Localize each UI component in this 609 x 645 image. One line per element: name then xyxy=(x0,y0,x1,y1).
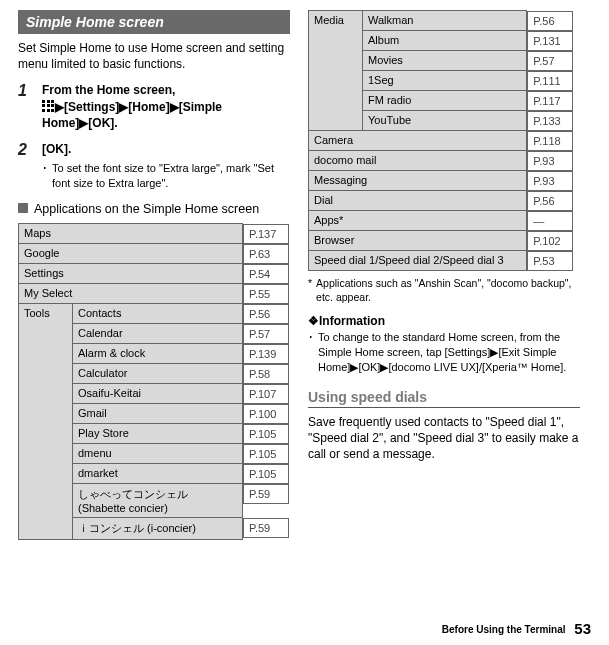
cell-name: Dial xyxy=(309,191,527,211)
cell-page: P.59 xyxy=(243,484,289,504)
cell-page: P.105 xyxy=(243,424,289,444)
cell-name: Gmail xyxy=(73,404,243,424)
cell-name: FM radio xyxy=(363,91,527,111)
table-row: GoogleP.63 xyxy=(19,244,290,264)
table-row: MapsP.137 xyxy=(19,224,290,244)
apps-grid-icon xyxy=(42,100,54,112)
cell-category: Media xyxy=(309,11,363,131)
table-row: MessagingP.93 xyxy=(309,171,580,191)
information-heading: ❖Information xyxy=(308,314,580,328)
cell-page: P.100 xyxy=(243,404,289,424)
cell-name: Movies xyxy=(363,51,527,71)
table-row: Speed dial 1/Speed dial 2/Speed dial 3P.… xyxy=(309,251,580,271)
triangle-icon: ▶ xyxy=(119,100,128,114)
cell-name: Osaifu-Keitai xyxy=(73,384,243,404)
subsection-heading: Using speed dials xyxy=(308,389,580,408)
cell-name: しゃべってコンシェル (Shabette concier) xyxy=(73,484,243,518)
step1-seg-b: [Home] xyxy=(128,100,169,114)
cell-name: ｉコンシェル (i-concier) xyxy=(73,518,243,540)
cell-page: P.56 xyxy=(527,11,573,31)
footnote-text: Applications such as "Anshin Scan", "doc… xyxy=(316,277,580,304)
cell-name: Messaging xyxy=(309,171,527,191)
cell-page: P.57 xyxy=(243,324,289,344)
triangle-icon: ▶ xyxy=(170,100,179,114)
footer-page-number: 53 xyxy=(574,620,591,637)
cell-name: Speed dial 1/Speed dial 2/Speed dial 3 xyxy=(309,251,527,271)
table-row: BrowserP.102 xyxy=(309,231,580,251)
step-1-line1: From the Home screen, xyxy=(42,83,175,97)
cell-name: dmarket xyxy=(73,464,243,484)
cell-name: dmenu xyxy=(73,444,243,464)
cell-name: Walkman xyxy=(363,11,527,31)
subhead-text: Applications on the Simple Home screen xyxy=(34,201,259,217)
cell-page: P.59 xyxy=(243,518,289,538)
cell-page: P.105 xyxy=(243,464,289,484)
bullet-dot-icon: ･ xyxy=(308,330,314,375)
cell-name: Apps* xyxy=(309,211,527,231)
cell-page: P.118 xyxy=(527,131,573,151)
subsection-paragraph: Save frequently used contacts to "Speed … xyxy=(308,414,580,463)
cell-name: My Select xyxy=(19,284,243,304)
step-2-number: 2 xyxy=(18,141,32,191)
cell-page: P.54 xyxy=(243,264,289,284)
section-header: Simple Home screen xyxy=(18,10,290,34)
cell-category: Tools xyxy=(19,304,73,540)
step1-seg-a: [Settings] xyxy=(64,100,119,114)
cell-page: P.133 xyxy=(527,111,573,131)
cell-name: Maps xyxy=(19,224,243,244)
cell-page: P.56 xyxy=(527,191,573,211)
step-2-title: [OK]. xyxy=(42,141,290,157)
table-row: CameraP.118 xyxy=(309,131,580,151)
cell-page: P.102 xyxy=(527,231,573,251)
step1-seg-d: [OK]. xyxy=(88,116,117,130)
intro-paragraph: Set Simple Home to use Home screen and s… xyxy=(18,40,290,72)
cell-name: Browser xyxy=(309,231,527,251)
cell-page: P.139 xyxy=(243,344,289,364)
cell-page: P.53 xyxy=(527,251,573,271)
apps-table-right: Media WalkmanP.56 AlbumP.131 MoviesP.57 … xyxy=(308,10,580,271)
cell-name: YouTube xyxy=(363,111,527,131)
cell-page: P.93 xyxy=(527,171,573,191)
cell-page: P.131 xyxy=(527,31,573,51)
apps-table-left: MapsP.137 GoogleP.63 SettingsP.54 My Sel… xyxy=(18,223,290,540)
information-bullet: To change to the standard Home screen, f… xyxy=(318,330,580,375)
table-row: Media WalkmanP.56 xyxy=(309,11,580,31)
square-bullet-icon xyxy=(18,203,28,213)
cell-page: P.63 xyxy=(243,244,289,264)
cell-name: Contacts xyxy=(73,304,243,324)
cell-page: P.56 xyxy=(243,304,289,324)
table-row: DialP.56 xyxy=(309,191,580,211)
page-footer: Before Using the Terminal 53 xyxy=(442,620,591,637)
cell-page: P.55 xyxy=(243,284,289,304)
table-row: My SelectP.55 xyxy=(19,284,290,304)
step-2-bullet: To set the font size to "Extra large", m… xyxy=(52,161,290,191)
cell-name: Settings xyxy=(19,264,243,284)
triangle-icon: ▶ xyxy=(79,116,88,130)
cell-name: docomo mail xyxy=(309,151,527,171)
cell-page: P.105 xyxy=(243,444,289,464)
cell-page: P.107 xyxy=(243,384,289,404)
cell-name: Camera xyxy=(309,131,527,151)
cell-name: Album xyxy=(363,31,527,51)
cell-page: P.137 xyxy=(243,224,289,244)
table-row: Tools ContactsP.56 xyxy=(19,304,290,324)
table-row: Apps*— xyxy=(309,211,580,231)
cell-name: Alarm & clock xyxy=(73,344,243,364)
triangle-icon: ▶ xyxy=(55,100,64,114)
footnote-mark: * xyxy=(308,277,312,304)
cell-name: Calendar xyxy=(73,324,243,344)
bullet-dot-icon: ･ xyxy=(42,161,48,191)
cell-name: Calculator xyxy=(73,364,243,384)
table-row: docomo mailP.93 xyxy=(309,151,580,171)
cell-page: P.57 xyxy=(527,51,573,71)
cell-page: P.111 xyxy=(527,71,573,91)
cell-name: 1Seg xyxy=(363,71,527,91)
footer-label: Before Using the Terminal xyxy=(442,624,566,635)
cell-name: Play Store xyxy=(73,424,243,444)
table-row: SettingsP.54 xyxy=(19,264,290,284)
cell-name: Google xyxy=(19,244,243,264)
cell-page: — xyxy=(527,211,573,231)
step-1-title: From the Home screen, ▶[Settings]▶[Home]… xyxy=(42,82,290,131)
cell-page: P.117 xyxy=(527,91,573,111)
cell-page: P.58 xyxy=(243,364,289,384)
